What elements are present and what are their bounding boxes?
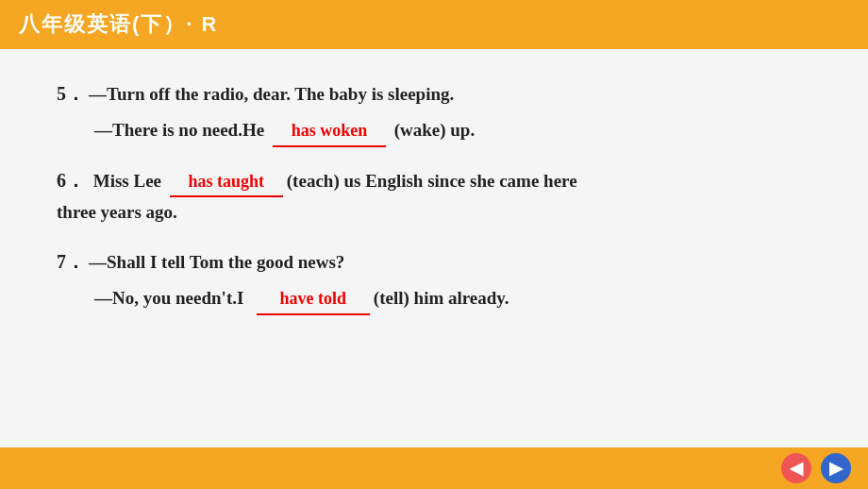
q5-answer: has woken xyxy=(273,116,386,147)
q5-line1: 5． —Turn off the radio, dear. The baby i… xyxy=(57,77,811,110)
q7-prefix: —No, you needn't.I xyxy=(94,283,253,313)
q7-suffix: (tell) him already. xyxy=(374,283,509,313)
header-title: 八年级英语(下）· R xyxy=(19,10,218,39)
q6-continuation-text: three years ago. xyxy=(57,202,177,222)
question-6: 6． Miss Lee has taught (teach) us Englis… xyxy=(57,164,811,228)
prev-button[interactable]: ◀ xyxy=(781,453,811,483)
q6-suffix: (teach) us English since she came here xyxy=(287,166,577,196)
question-7: 7． —Shall I tell Tom the good news? —No,… xyxy=(57,245,811,315)
footer: ◀ ▶ xyxy=(0,447,868,489)
q6-line1: 6． Miss Lee has taught (teach) us Englis… xyxy=(57,164,811,198)
question-5: 5． —Turn off the radio, dear. The baby i… xyxy=(57,77,811,147)
q6-answer: has taught xyxy=(170,167,283,198)
q5-number: 5． xyxy=(57,77,85,110)
q5-suffix: (wake) up. xyxy=(390,115,475,145)
q7-line1: 7． —Shall I tell Tom the good news? xyxy=(57,245,811,278)
q7-answer: have told xyxy=(257,284,370,315)
q6-number: 6． xyxy=(57,164,85,196)
q6-prefix: Miss Lee xyxy=(89,166,166,196)
q7-line2: —No, you needn't.I have told (tell) him … xyxy=(94,283,811,315)
q7-number: 7． xyxy=(57,245,85,278)
q5-line2: —There is no need.He has woken (wake) up… xyxy=(94,115,811,147)
next-button[interactable]: ▶ xyxy=(821,453,851,483)
q5-prefix: —There is no need.He xyxy=(94,115,269,145)
main-content: 5． —Turn off the radio, dear. The baby i… xyxy=(0,49,868,447)
q7-text1: —Shall I tell Tom the good news? xyxy=(89,247,344,278)
q6-continuation: three years ago. xyxy=(57,197,811,228)
header: 八年级英语(下）· R xyxy=(0,0,868,49)
q5-text1: —Turn off the radio, dear. The baby is s… xyxy=(89,79,454,110)
